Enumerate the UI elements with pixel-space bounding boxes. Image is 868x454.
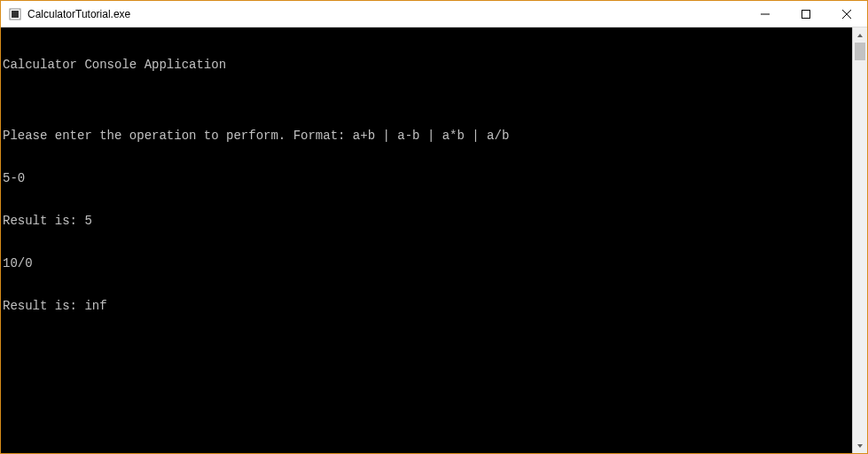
console-line: 10/0 — [3, 256, 850, 270]
close-icon — [842, 10, 851, 19]
window-controls — [745, 1, 867, 27]
svg-rect-3 — [802, 10, 810, 18]
app-icon — [8, 7, 22, 21]
maximize-icon — [802, 10, 810, 19]
console-line: 5-0 — [3, 171, 850, 185]
svg-rect-1 — [12, 11, 19, 18]
vertical-scrollbar[interactable] — [852, 27, 867, 453]
console-line: Result is: 5 — [3, 214, 850, 228]
window-title: CalculatorTutorial.exe — [27, 8, 745, 20]
scroll-track[interactable] — [853, 43, 867, 438]
svg-marker-7 — [857, 444, 863, 448]
console-output[interactable]: Calculator Console Application Please en… — [1, 27, 852, 453]
minimize-button[interactable] — [745, 1, 786, 27]
svg-marker-6 — [857, 34, 863, 37]
titlebar[interactable]: CalculatorTutorial.exe — [1, 1, 867, 27]
scroll-down-button[interactable] — [853, 438, 867, 453]
chevron-up-icon — [856, 32, 864, 39]
console-line: Please enter the operation to perform. F… — [3, 129, 850, 143]
console-line: Result is: inf — [3, 299, 850, 313]
minimize-icon — [761, 10, 770, 19]
application-window: CalculatorTutorial.exe Calculator — [0, 0, 868, 454]
scroll-up-button[interactable] — [853, 27, 867, 43]
chevron-down-icon — [856, 442, 864, 450]
console-area: Calculator Console Application Please en… — [1, 27, 867, 453]
scroll-thumb[interactable] — [855, 43, 865, 60]
close-button[interactable] — [826, 1, 867, 27]
console-line: Calculator Console Application — [3, 58, 850, 72]
maximize-button[interactable] — [786, 1, 826, 27]
